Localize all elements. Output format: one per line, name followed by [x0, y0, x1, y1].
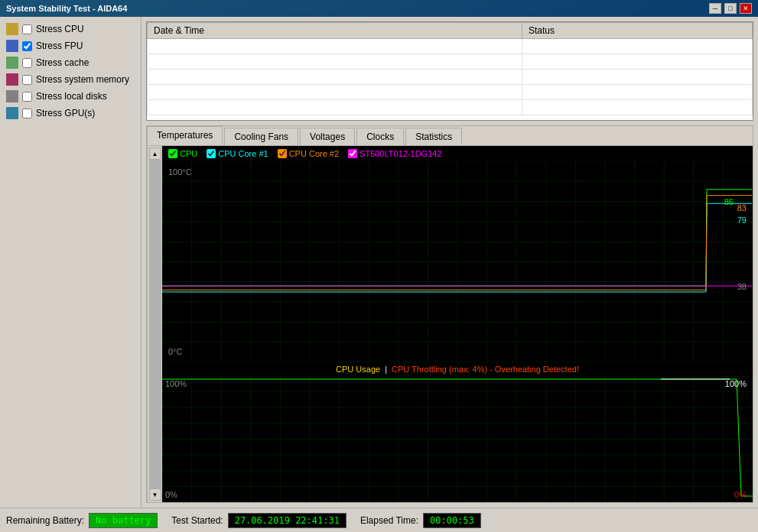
temp-ymax-label: 100°C [168, 167, 192, 177]
stress-gpu-label: Stress GPU(s) [36, 108, 95, 118]
tab-temperatures[interactable]: Temperatures [147, 126, 223, 145]
legend-core2-checkbox[interactable] [278, 149, 287, 158]
elapsed-time-label: Elapsed Time: [360, 515, 418, 526]
scroll-track [149, 160, 161, 488]
cpu-throttle-label: CPU Throttling (max: 4%) - Overheating D… [392, 365, 579, 374]
cpu-right-100: 100% [725, 379, 747, 388]
window-controls: ─ □ ✕ [709, 3, 752, 14]
scrollbar: ▲ ▼ [147, 146, 162, 502]
scroll-up-button[interactable]: ▲ [149, 148, 161, 160]
tab-bar: Temperatures Cooling Fans Voltages Clock… [147, 126, 753, 146]
legend-core2-label: CPU Core #2 [289, 149, 339, 158]
battery-value: No battery [89, 513, 158, 528]
tab-statistics[interactable]: Statistics [405, 128, 462, 145]
temp-chart-canvas-container: 100°C 0°C 38 86 83 79 [162, 161, 753, 362]
log-table: Date & Time Status [146, 21, 753, 121]
stress-fpu-checkbox[interactable] [22, 41, 32, 51]
title-bar: System Stability Test - AIDA64 ─ □ ✕ [0, 0, 758, 17]
temp-value-83: 83 [737, 203, 747, 212]
tabs-container: Temperatures Cooling Fans Voltages Clock… [146, 125, 753, 503]
stress-gpu-checkbox[interactable] [22, 109, 32, 118]
cpu-chart-container: CPU Usage | CPU Throttling (max: 4%) - O… [162, 362, 753, 502]
legend-cpu-checkbox[interactable] [168, 149, 177, 158]
legend-hdd-checkbox[interactable] [348, 149, 357, 158]
stress-cache-checkbox[interactable] [22, 58, 32, 68]
stress-cpu-label: Stress CPU [36, 24, 84, 34]
remaining-battery-label: Remaining Battery: [6, 515, 84, 526]
tab-voltages[interactable]: Voltages [300, 128, 355, 145]
left-panel: Stress CPU Stress FPU Stress cache Stres… [0, 17, 142, 508]
stress-gpu-item: Stress GPU(s) [6, 107, 135, 119]
table-row [148, 39, 753, 54]
minimize-button[interactable]: ─ [709, 3, 721, 14]
legend-cpu-label: CPU [180, 149, 197, 158]
legend-hdd: ST500LT012-1DG142 [348, 149, 441, 158]
stress-disk-item: Stress local disks [6, 90, 135, 102]
stress-fpu-label: Stress FPU [36, 41, 83, 51]
gpu-icon [6, 107, 18, 119]
temp-ymin-label: 0°C [168, 347, 182, 356]
stress-memory-label: Stress system memory [36, 74, 129, 85]
stress-memory-item: Stress system memory [6, 73, 135, 86]
cpu-usage-title: CPU Usage [336, 365, 380, 374]
table-row [148, 70, 753, 85]
cpu-ymax-label: 100% [165, 379, 187, 388]
tab-cooling-fans[interactable]: Cooling Fans [224, 128, 298, 145]
cpu-chart-canvas [162, 376, 753, 502]
col-status: Status [522, 23, 752, 39]
test-started-value: 27.06.2019 22:41:31 [228, 513, 346, 528]
disk-icon [6, 90, 18, 102]
cache-icon [6, 57, 18, 69]
legend-core1-label: CPU Core #1 [218, 149, 268, 158]
right-panel: Date & Time Status Temperatures Cooling … [142, 17, 758, 508]
table-row [148, 54, 753, 70]
stress-disk-checkbox[interactable] [22, 92, 32, 102]
cpu-ymin-label: 0% [165, 490, 177, 499]
temp-value-38: 38 [737, 282, 747, 291]
window-title: System Stability Test - AIDA64 [6, 4, 127, 13]
legend-cpu: CPU [168, 149, 197, 158]
temp-value-86: 86 [724, 197, 734, 206]
temp-value-79: 79 [737, 216, 747, 225]
cpu-right-0: 0% [734, 490, 747, 499]
stress-cpu-checkbox[interactable] [22, 24, 32, 34]
legend-core1-checkbox[interactable] [207, 149, 216, 158]
tab-clocks[interactable]: Clocks [356, 128, 404, 145]
stress-cache-label: Stress cache [36, 57, 89, 68]
table-row [148, 85, 753, 100]
cpu-chart-canvas-container: 100% 0% 100% 0% [162, 376, 753, 502]
cpu-icon [6, 23, 18, 35]
test-started-label: Test Started: [171, 515, 223, 526]
legend-core1: CPU Core #1 [207, 149, 268, 158]
legend-core2: CPU Core #2 [278, 149, 339, 158]
main-content: Stress CPU Stress FPU Stress cache Stres… [0, 17, 758, 508]
stress-cpu-item: Stress CPU [6, 23, 135, 35]
cpu-usage-separator: | [385, 365, 387, 374]
memory-icon [6, 73, 18, 86]
temp-chart-container: CPU CPU Core #1 CPU Core #2 [162, 146, 753, 362]
charts-main: CPU CPU Core #1 CPU Core #2 [162, 146, 753, 502]
stress-cache-item: Stress cache [6, 57, 135, 69]
scroll-down-button[interactable]: ▼ [149, 488, 161, 501]
stress-memory-checkbox[interactable] [22, 75, 32, 85]
stress-fpu-item: Stress FPU [6, 40, 135, 52]
elapsed-time-value: 00:00:53 [423, 513, 481, 528]
cpu-usage-label: CPU Usage | CPU Throttling (max: 4%) - O… [162, 362, 753, 376]
temp-chart-legend: CPU CPU Core #1 CPU Core #2 [162, 146, 753, 161]
temp-chart-canvas [162, 161, 753, 362]
maximize-button[interactable]: □ [724, 3, 737, 14]
stress-disk-label: Stress local disks [36, 91, 107, 102]
bottom-bar: Remaining Battery: No battery Test Start… [0, 508, 758, 532]
col-datetime: Date & Time [148, 23, 522, 39]
close-button[interactable]: ✕ [740, 3, 752, 14]
legend-hdd-label: ST500LT012-1DG142 [359, 149, 441, 158]
table-row [148, 100, 753, 115]
charts-with-scroll: ▲ ▼ CPU [147, 146, 753, 502]
fpu-icon [6, 40, 18, 52]
